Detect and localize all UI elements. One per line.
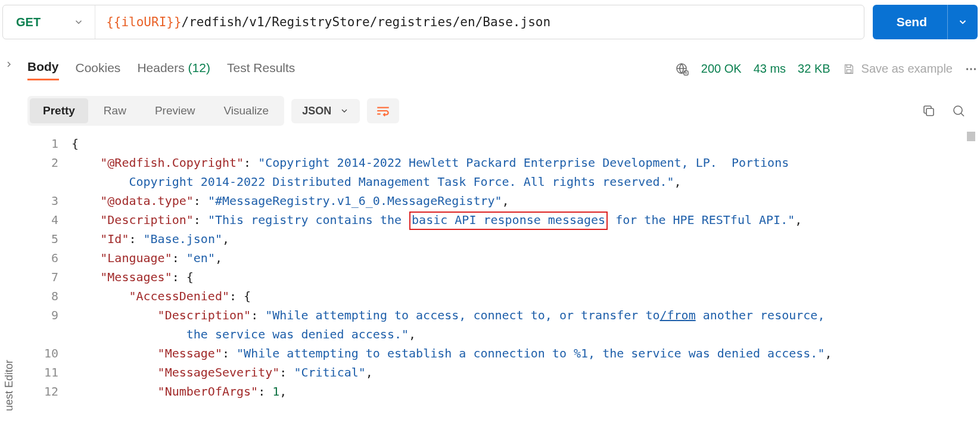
method-url-container: GET {{iloURI}}/redfish/v1/RegistryStore/…: [2, 5, 864, 39]
svg-point-9: [954, 106, 962, 114]
chevron-down-icon: [73, 17, 84, 27]
format-label: JSON: [302, 105, 331, 117]
tab-cookies[interactable]: Cookies: [76, 58, 121, 80]
tab-headers-label: Headers: [137, 61, 184, 74]
status-row: 200 OK 43 ms 32 KB Save as example: [675, 62, 978, 76]
svg-line-10: [961, 113, 964, 116]
url-path: /redfish/v1/RegistryStore/registries/en/…: [182, 15, 551, 29]
chevron-right-icon[interactable]: [4, 60, 14, 69]
send-button[interactable]: Send: [873, 5, 978, 39]
send-button-chevron[interactable]: [947, 5, 978, 39]
response-tabs: Body Cookies Headers (12) Test Results: [27, 57, 295, 80]
svg-point-4: [970, 68, 972, 70]
code-content[interactable]: { "@Redfish.Copyright": "Copyright 2014-…: [64, 132, 978, 401]
save-as-example[interactable]: Save as example: [842, 62, 953, 76]
viewtab-preview[interactable]: Preview: [142, 98, 209, 123]
svg-point-5: [974, 68, 976, 70]
line-gutter: 1 2 3 4 5 6 7 8 9 10 11 12: [27, 132, 64, 401]
response-area: Body Cookies Headers (12) Test Results 2…: [27, 55, 978, 423]
send-button-label: Send: [873, 15, 947, 29]
status-time: 43 ms: [754, 62, 786, 76]
tab-headers-count: (12): [188, 61, 210, 74]
left-rail: uest Editor: [0, 54, 18, 423]
status-code: 200 OK: [701, 62, 742, 76]
save-icon: [842, 63, 855, 76]
left-rail-label[interactable]: uest Editor: [3, 360, 15, 411]
http-method-label: GET: [16, 15, 41, 29]
format-select[interactable]: JSON: [291, 99, 360, 123]
url-input[interactable]: {{iloURI}}/redfish/v1/RegistryStore/regi…: [95, 15, 864, 29]
tab-body[interactable]: Body: [27, 57, 59, 80]
request-bar: GET {{iloURI}}/redfish/v1/RegistryStore/…: [0, 0, 980, 43]
copy-icon[interactable]: [922, 104, 936, 118]
more-icon[interactable]: [965, 63, 978, 76]
status-size: 32 KB: [798, 62, 830, 76]
tab-headers[interactable]: Headers (12): [137, 58, 210, 80]
toolbar-right: [922, 104, 966, 118]
tab-test-results[interactable]: Test Results: [227, 58, 295, 80]
http-method-select[interactable]: GET: [3, 5, 95, 39]
viewtab-visualize[interactable]: Visualize: [210, 98, 282, 123]
code-viewer[interactable]: 1 2 3 4 5 6 7 8 9 10 11 12 { "@Redfish.C…: [27, 132, 978, 401]
svg-rect-8: [926, 108, 934, 116]
view-mode-tabs: Pretty Raw Preview Visualize: [27, 96, 284, 126]
svg-point-3: [966, 68, 968, 70]
url-variable: {{iloURI}}: [106, 15, 181, 29]
chevron-down-icon: [340, 106, 349, 116]
globe-icon[interactable]: [675, 62, 689, 76]
svg-rect-2: [847, 69, 851, 73]
viewtab-raw[interactable]: Raw: [91, 98, 139, 123]
response-tab-row: Body Cookies Headers (12) Test Results 2…: [27, 55, 978, 80]
viewtab-pretty[interactable]: Pretty: [30, 98, 88, 123]
search-icon[interactable]: [951, 104, 966, 118]
highlighted-text: basic API response messages: [409, 212, 608, 230]
wrap-lines-button[interactable]: [367, 98, 399, 123]
save-as-example-label: Save as example: [861, 62, 953, 76]
response-toolbar: Pretty Raw Preview Visualize JSON: [27, 96, 978, 126]
